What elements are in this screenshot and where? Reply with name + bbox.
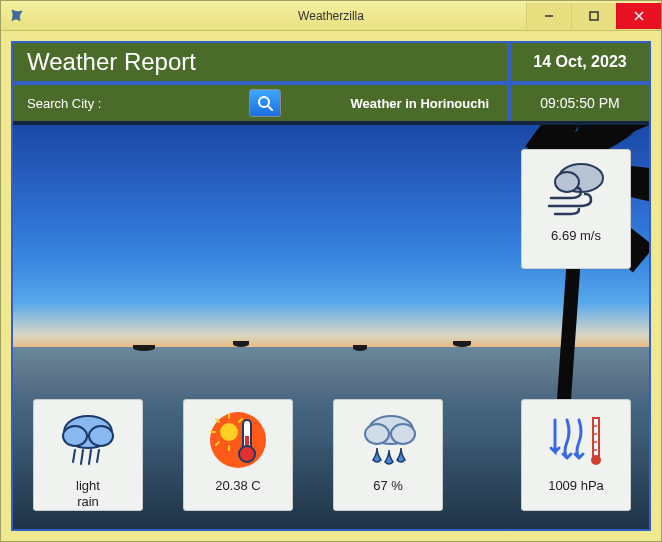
minimize-button[interactable] <box>526 3 571 29</box>
page-title: Weather Report <box>13 48 507 76</box>
humidity-card: 67 % <box>333 399 443 511</box>
humidity-icon <box>353 408 423 472</box>
search-bar: Search City : Weather in Horinouchi 09:0… <box>13 85 649 121</box>
svg-point-25 <box>239 446 255 462</box>
maximize-icon <box>589 11 599 21</box>
svg-line-13 <box>89 450 91 464</box>
svg-point-16 <box>220 423 238 441</box>
close-icon <box>634 11 644 21</box>
temperature-card: 20.38 C <box>183 399 293 511</box>
svg-point-28 <box>391 424 415 444</box>
svg-point-27 <box>365 424 389 444</box>
svg-line-5 <box>268 106 272 110</box>
svg-line-12 <box>81 450 83 464</box>
titlebar-buttons <box>526 3 661 29</box>
location-label: Weather in Horinouchi <box>281 96 507 111</box>
svg-line-14 <box>97 450 99 462</box>
pressure-value: 1009 hPa <box>548 478 604 494</box>
search-button[interactable] <box>249 89 281 117</box>
humidity-value: 67 % <box>373 478 403 494</box>
svg-point-10 <box>89 426 113 446</box>
app-window: Weatherzilla Weather Report 14 Oct, 2023… <box>0 0 662 542</box>
thermometer-icon <box>203 408 273 472</box>
condition-value: light rain <box>76 478 100 509</box>
wind-card: 6.69 m/s <box>521 149 631 269</box>
header-bar: Weather Report 14 Oct, 2023 <box>13 43 649 85</box>
time-display: 09:05:50 PM <box>507 85 649 121</box>
close-button[interactable] <box>616 3 661 29</box>
svg-line-21 <box>216 419 219 422</box>
wind-value: 6.69 m/s <box>551 228 601 244</box>
svg-rect-1 <box>590 12 598 20</box>
svg-point-34 <box>591 455 601 465</box>
app-body: Weather Report 14 Oct, 2023 Search City … <box>1 31 661 541</box>
minimize-icon <box>544 11 554 21</box>
svg-point-7 <box>555 172 579 192</box>
search-label: Search City : <box>13 96 111 111</box>
titlebar: Weatherzilla <box>1 1 661 31</box>
search-input[interactable] <box>111 93 241 113</box>
rain-cloud-icon <box>53 408 123 472</box>
main-frame: Weather Report 14 Oct, 2023 Search City … <box>11 41 651 531</box>
search-icon <box>256 94 274 112</box>
svg-line-11 <box>73 450 75 462</box>
app-icon <box>9 8 25 24</box>
maximize-button[interactable] <box>571 3 616 29</box>
temperature-value: 20.38 C <box>215 478 261 494</box>
date-display: 14 Oct, 2023 <box>507 43 649 81</box>
wind-icon <box>541 158 611 222</box>
window-title: Weatherzilla <box>298 9 364 23</box>
svg-point-9 <box>63 426 87 446</box>
pressure-card: 1009 hPa <box>521 399 631 511</box>
condition-card: light rain <box>33 399 143 511</box>
pressure-icon <box>541 408 611 472</box>
